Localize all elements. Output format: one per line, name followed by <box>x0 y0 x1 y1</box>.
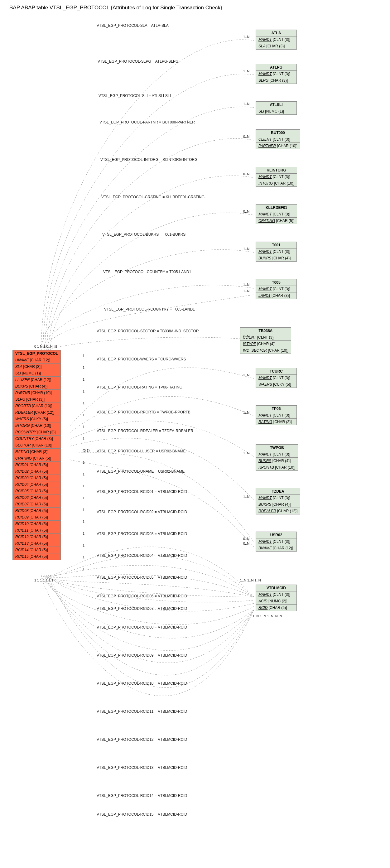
entity-usr02: USR02MANDT [CLNT (3)]BNAME [CHAR (12)] <box>256 532 297 552</box>
cardinality: 1..N <box>243 247 250 251</box>
rel-label: VTSL_EGP_PROTOCOL-RCOUNTRY = T005-LAND1 <box>104 307 195 311</box>
cardinality-src: 1 <box>83 425 85 429</box>
field-client: CLIENT [CLNT (3)] <box>256 136 300 143</box>
rel-label: VTSL_EGP_PROTOCOL-BUKRS = T001-BUKRS <box>102 232 186 237</box>
entity-vtblmcid: VTBLMCIDMANDT [CLNT (3)]ACID [NUMC (2)]R… <box>256 585 297 611</box>
rel-label: VTSL_EGP_PROTOCOL-LLUSER = USR02-BNAME <box>97 449 186 453</box>
entity-header: TWPOB <box>256 444 298 451</box>
entity-header: VTSL_EGP_PROTOCOL <box>13 350 61 357</box>
cardinality-src: 1 <box>83 461 85 464</box>
entity-but000: BUT000CLIENT [CLNT (3)]PARTNER [CHAR (10… <box>256 129 300 149</box>
cardinality: 0..N <box>243 210 250 213</box>
field-rcid11: RCID11 [CHAR (5)] <box>13 527 61 534</box>
rel-label: VTSL_EGP_PROTOCOL-SLI = ATLSLI-SLI <box>99 94 171 98</box>
entity-header: USR02 <box>256 532 296 538</box>
field-rcid13: RCID13 [CHAR (5)] <box>13 540 61 547</box>
entity-header: TZDEA <box>256 488 300 495</box>
field-mandt: MANDT [CLNT (3)] <box>256 375 296 381</box>
field-bname: BNAME [CHAR (12)] <box>256 545 296 551</box>
field-istype: ISTYPE [CHAR (4)] <box>240 341 291 347</box>
field-slpg: SLPG [CHAR (3)] <box>256 77 296 84</box>
cardinality-src: 1 <box>83 532 85 535</box>
entity-header: KLLRDEF01 <box>256 205 297 211</box>
entity-header: BUT000 <box>256 130 300 136</box>
field-acid: ACID [NUMC (2)] <box>256 598 296 604</box>
cardinality-src: 1 <box>83 390 85 393</box>
rel-label: VTSL_EGP_PROTOCOL-RCID06 = VTBLMCID-RCID <box>97 594 187 598</box>
field-mandt: MANDT [CLNT (3)] <box>256 412 296 419</box>
cardinality: 0..N <box>243 541 250 545</box>
entity-t001: T001MANDT [CLNT (3)]BUKRS [CHAR (4)] <box>256 242 297 261</box>
rel-label: VTSL_EGP_PROTOCOL-RCID09 = VTBLMCID-RCID <box>97 653 187 657</box>
entity-tzdea: TZDEAMANDT [CLNT (3)]BUKRS [CHAR (4)]RDE… <box>256 488 300 515</box>
field-intorg: INTORG [CHAR (10)] <box>256 180 297 186</box>
field-intorg: INTORG [CHAR (10)] <box>13 423 61 429</box>
rel-label: VTSL_EGP_PROTOCOL-CRATING = KLLRDEF01-CR… <box>101 195 204 199</box>
rel-label: VTSL_EGP_PROTOCOL-RCID04 = VTBLMCID-RCID <box>97 553 187 558</box>
field-bukrs: BUKRS [CHAR (4)] <box>256 255 296 261</box>
entity-atlsli: ATLSLISLI [NUMC (1)] <box>256 101 297 115</box>
rel-label: VTSL_EGP_PROTOCOL-RDEALER = TZDEA-RDEALE… <box>97 429 193 433</box>
field-ind_sector: IND_SECTOR [CHAR (10)] <box>240 347 291 353</box>
field-waers: WAERS [CUKY (5)] <box>256 381 296 388</box>
entity-header: VTBLMCID <box>256 585 296 591</box>
rel-label: VTSL_EGP_PROTOCOL-RATING = TP06-RATING <box>97 385 183 390</box>
field-crating: CRATING [CHAR (5)] <box>256 218 297 224</box>
field-rcid12: RCID12 [CHAR (5)] <box>13 534 61 540</box>
field-rating: RATING [CHAR (3)] <box>13 448 61 455</box>
cardinality: 0..N <box>243 537 250 540</box>
er-diagram: VTSL_EGP_PROTOCOL UNAME [CHAR (12)]SLA [… <box>3 14 390 868</box>
rel-label: VTSL_EGP_PROTOCOL-SLA = ATLA-SLA <box>97 23 169 28</box>
field-sla: SLA [CHAR (3)] <box>13 364 61 370</box>
field-mandt: MANDT [CLNT (3)] <box>256 591 296 598</box>
field-rdealer: RDEALER [CHAR (12)] <box>13 409 61 416</box>
rel-label: VTSL_EGP_PROTOCOL-SLPG = ATLPG-SLPG <box>98 59 178 64</box>
entity-header: TB038A <box>240 328 291 334</box>
cardinality-src: 1 <box>83 484 85 488</box>
rel-label: VTSL_EGP_PROTOCOL-RCID08 = VTBLMCID-RCID <box>97 625 187 629</box>
field-rcid14: RCID14 [CHAR (5)] <box>13 547 61 553</box>
cardinality-src: 1 <box>83 378 85 381</box>
rel-label: VTSL_EGP_PROTOCOL-RCID13 = VTBLMCID-RCID <box>97 766 187 770</box>
cardinality: 1..N <box>243 334 250 338</box>
card-vtblmcid-top: 1..N 1..N 1..N <box>240 578 261 582</box>
entity-header: T001 <box>256 242 296 248</box>
cardinality-src: 1 <box>83 413 85 417</box>
entity-tp06: TP06MANDT [CLNT (3)]RATING [CHAR (3)] <box>256 405 297 425</box>
connectors-svg <box>3 14 390 868</box>
field-uname: UNAME [CHAR (12)] <box>13 357 61 364</box>
entity-atlpg: ATLPGMANDT [CLNT (3)]SLPG [CHAR (3)] <box>256 64 297 84</box>
field-rating: RATING [CHAR (3)] <box>256 419 296 425</box>
cardinality-src: 1 <box>83 508 85 512</box>
field-rportb: RPORTB [CHAR (10)] <box>256 464 298 470</box>
field-rcid02: RCID02 [CHAR (5)] <box>13 468 61 475</box>
rel-label: VTSL_EGP_PROTOCOL-INTORG = KLINTORG-INTO… <box>100 157 198 162</box>
field-rcid06: RCID06 [CHAR (5)] <box>13 495 61 501</box>
rel-label: VTSL_EGP_PROTOCOL-UNAME = USR02-BNAME <box>97 469 185 474</box>
rel-label: VTSL_EGP_PROTOCOL-PARTNR = BUT000-PARTNE… <box>99 120 195 124</box>
field-mandt: MANDT [CLNT (3)] <box>256 174 297 180</box>
field-rcid15: RCID15 [CHAR (5)] <box>13 553 61 560</box>
field-rcid03: RCID03 [CHAR (5)] <box>13 475 61 482</box>
cardinality-src: 1 <box>83 567 85 571</box>
entity-twpob: TWPOBMANDT [CLNT (3)]BUKRS [CHAR (4)]RPO… <box>256 444 298 471</box>
field-lluser: LLUSER [CHAR (12)] <box>13 377 61 383</box>
entity-vtsl-egp-protocol: VTSL_EGP_PROTOCOL UNAME [CHAR (12)]SLA [… <box>12 350 61 560</box>
cardinality-src: 1 <box>83 437 85 440</box>
field-sli: SLI [NUMC (1)] <box>256 108 296 115</box>
cardinality: 1..N <box>243 495 250 499</box>
entity-header: TP06 <box>256 406 296 412</box>
field-rcid04: RCID04 [CHAR (5)] <box>13 482 61 488</box>
field-mandt: MANDT [CLNT (3)] <box>256 248 296 255</box>
field-rcid05: RCID05 [CHAR (5)] <box>13 488 61 495</box>
field-crating: CRATING [CHAR (5)] <box>13 455 61 462</box>
entity-klintorg: KLINTORGMANDT [CLNT (3)]INTORG [CHAR (10… <box>256 167 297 187</box>
field-rcid01: RCID01 [CHAR (5)] <box>13 462 61 468</box>
cardinality: 1..N <box>243 289 250 293</box>
cardinality-src: 1 <box>83 366 85 369</box>
field-waers: WAERS [CUKY (5)] <box>13 416 61 423</box>
cardinality: 1..N <box>243 35 250 39</box>
cardinality-src: {0,1} <box>83 448 90 453</box>
rel-label: VTSL_EGP_PROTOCOL-RPORTB = TWPOB-RPORTB <box>97 410 191 414</box>
cardinality: 0..N <box>243 135 250 138</box>
